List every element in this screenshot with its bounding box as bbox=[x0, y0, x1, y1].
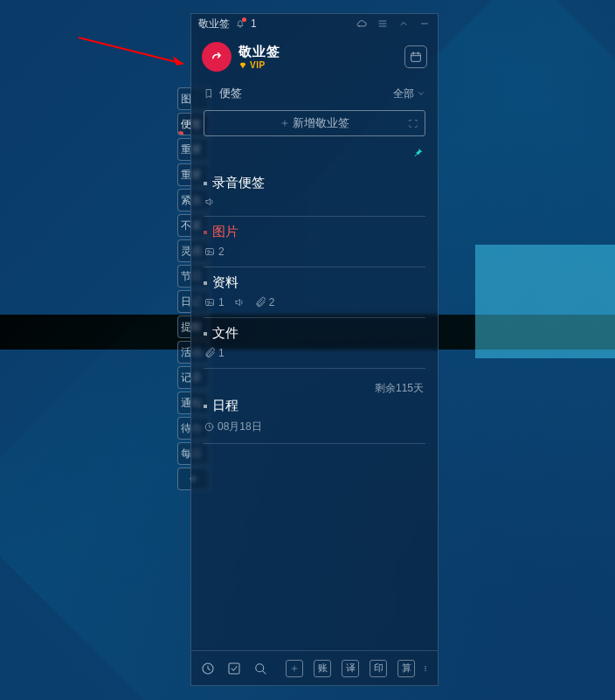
note-title: 图片 bbox=[204, 224, 425, 240]
note-item[interactable]: 图片2 bbox=[204, 217, 425, 267]
app-window: 敬业签 1 敬业签 bbox=[190, 13, 439, 686]
clock-icon: 08月18日 bbox=[204, 419, 262, 434]
footer-calc-button[interactable]: 算 bbox=[397, 660, 415, 677]
svg-rect-10 bbox=[229, 663, 239, 674]
minimize-icon[interactable] bbox=[418, 17, 431, 30]
checklist-icon[interactable] bbox=[226, 661, 242, 676]
note-item[interactable]: 文件1 bbox=[204, 318, 425, 369]
note-meta bbox=[204, 197, 425, 207]
collapse-icon[interactable] bbox=[397, 17, 410, 30]
svg-rect-3 bbox=[411, 53, 421, 61]
search-icon[interactable] bbox=[252, 661, 268, 676]
menu-icon[interactable] bbox=[377, 17, 389, 30]
note-meta: 12 bbox=[204, 296, 425, 308]
cloud-sync-icon[interactable] bbox=[356, 17, 368, 30]
history-icon[interactable] bbox=[200, 661, 216, 676]
vip-label: VIP bbox=[250, 60, 266, 70]
footer-add-button[interactable] bbox=[286, 660, 303, 677]
expand-icon: ⛶ bbox=[409, 119, 418, 128]
note-meta: 08月18日 bbox=[204, 419, 425, 434]
sound-icon bbox=[204, 197, 216, 207]
footer-translate-button[interactable]: 译 bbox=[342, 660, 359, 677]
svg-point-7 bbox=[208, 301, 210, 303]
note-title: 资料 bbox=[204, 274, 425, 291]
svg-point-5 bbox=[208, 251, 210, 253]
vip-badge: VIP bbox=[238, 60, 280, 70]
note-item[interactable]: 录音便签 bbox=[204, 168, 425, 217]
note-item[interactable]: 剩余115天日程08月18日 bbox=[204, 369, 425, 444]
filter-tab-label: 便签 bbox=[219, 86, 242, 101]
titlebar-app-name: 敬业签 bbox=[198, 17, 230, 31]
filter-scope-label: 全部 bbox=[393, 87, 414, 101]
note-remaining: 剩余115天 bbox=[204, 376, 425, 398]
add-note-label: 新增敬业签 bbox=[293, 115, 349, 131]
titlebar-notif-count: 1 bbox=[251, 17, 257, 30]
svg-point-11 bbox=[256, 663, 264, 671]
footer-more-icon[interactable] bbox=[422, 662, 429, 675]
note-list: 录音便签图片2资料12文件1剩余115天日程08月18日 bbox=[191, 145, 438, 650]
footer-bar: 账 译 印 算 bbox=[191, 650, 438, 685]
image-icon: 1 bbox=[204, 296, 225, 308]
filter-tab[interactable]: 便签 bbox=[204, 86, 242, 101]
pin-icon[interactable] bbox=[411, 147, 424, 163]
svg-point-12 bbox=[425, 666, 425, 667]
svg-rect-6 bbox=[206, 300, 214, 306]
note-item[interactable]: 资料12 bbox=[204, 267, 425, 318]
attach-icon: 2 bbox=[254, 296, 275, 308]
svg-rect-4 bbox=[206, 249, 214, 255]
svg-marker-2 bbox=[240, 62, 246, 68]
filter-scope[interactable]: 全部 bbox=[393, 87, 425, 101]
note-meta: 1 bbox=[204, 347, 425, 359]
bell-icon[interactable] bbox=[235, 18, 245, 29]
titlebar: 敬业签 1 bbox=[191, 14, 438, 33]
attach-icon: 1 bbox=[204, 347, 225, 359]
sound-icon bbox=[233, 297, 245, 308]
note-meta: 2 bbox=[204, 246, 425, 258]
footer-print-button[interactable]: 印 bbox=[370, 660, 387, 677]
svg-point-14 bbox=[425, 669, 425, 670]
svg-point-13 bbox=[425, 668, 425, 669]
note-title: 录音便签 bbox=[204, 175, 425, 191]
image-icon: 2 bbox=[204, 246, 225, 258]
calendar-button[interactable] bbox=[404, 45, 427, 68]
app-logo[interactable] bbox=[202, 42, 231, 72]
add-note-button[interactable]: 新增敬业签 ⛶ bbox=[204, 110, 425, 136]
header: 敬业签 VIP bbox=[191, 33, 438, 79]
brand-name: 敬业签 bbox=[238, 44, 280, 60]
footer-account-button[interactable]: 账 bbox=[314, 660, 331, 677]
note-title: 日程 bbox=[204, 398, 425, 414]
note-title: 文件 bbox=[204, 325, 425, 342]
filter-bar: 便签 全部 bbox=[191, 79, 438, 107]
